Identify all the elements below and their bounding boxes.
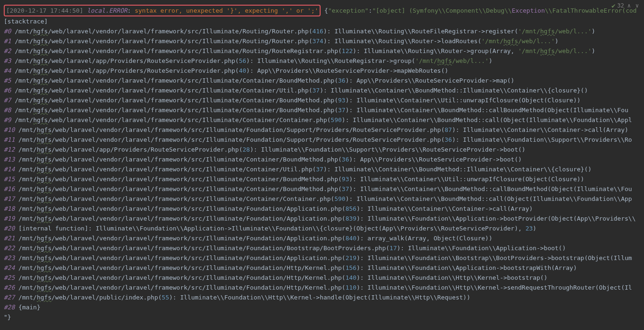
frame-path: /mnt/hgfs/web/laravel/app/Providers/Rout… (15, 146, 242, 153)
stack-frame: #16 /mnt/hgfs/web/laravel/vendor/laravel… (4, 184, 640, 194)
check-icon: ✔ (612, 1, 615, 11)
frame-index: #10 (4, 126, 15, 133)
frame-path: /mnt/hgfs/web/laravel/vendor/laravel/fra… (15, 176, 342, 183)
frame-string: '/mnt/hgfs/web/l...' (518, 28, 592, 35)
frame-path: /mnt/hgfs/web/laravel/vendor/laravel/fra… (15, 284, 345, 291)
frame-index: #4 (4, 67, 11, 74)
frame-index: #13 (4, 156, 15, 163)
frame-index: #3 (4, 57, 11, 64)
frame-path: /mnt/hgfs/web/laravel/vendor/laravel/fra… (11, 116, 331, 123)
frame-index: #1 (4, 38, 11, 45)
stack-frame: #21 /mnt/hgfs/web/laravel/vendor/laravel… (4, 233, 640, 243)
frame-line-number: 374 (312, 38, 323, 45)
frame-string: '/mnt/hgfs/web/l...' (482, 38, 555, 45)
frame-line-number: 36 (338, 77, 345, 84)
frame-path: /mnt/hgfs/web/laravel/vendor/laravel/fra… (15, 215, 345, 222)
inspection-toolbar: ✔ 32 ∧ ∨ (612, 1, 640, 11)
frame-line-number: 590 (334, 195, 345, 202)
frame-path: /mnt/hgfs/web/laravel/vendor/laravel/fra… (11, 77, 338, 84)
frame-path: /mnt/hgfs/web/laravel/public/index.php( (15, 294, 161, 301)
stack-frame: #17 /mnt/hgfs/web/laravel/vendor/laravel… (4, 194, 640, 204)
frame-path: /mnt/hgfs/web/laravel/vendor/laravel/fra… (11, 87, 313, 94)
stack-frame: #0 /mnt/hgfs/web/laravel/vendor/laravel/… (4, 26, 640, 36)
frame-path: /mnt/hgfs/web/laravel/vendor/laravel/fra… (15, 235, 345, 242)
frame-line-number: 416 (312, 28, 323, 35)
frame-line-number: 590 (331, 116, 342, 123)
frame-index: #17 (4, 195, 15, 202)
stack-frame: #22 /mnt/hgfs/web/laravel/vendor/laravel… (4, 243, 640, 253)
frame-line-number: 36 (445, 136, 452, 143)
frame-line-number: 37 (312, 87, 320, 94)
frame-path: /mnt/hgfs/web/laravel/vendor/laravel/fra… (15, 195, 334, 202)
frame-path: [internal function]: Illuminate\\Foundat… (15, 225, 525, 232)
stack-frame: #3 /mnt/hgfs/web/laravel/app/Providers/R… (4, 56, 640, 66)
stack-frame: #28 {main} (4, 302, 640, 312)
frame-string: '/mnt/hgfs/web/l...' (415, 57, 489, 64)
frame-path: /mnt/hgfs/web/laravel/vendor/laravel/fra… (15, 205, 345, 212)
frame-path: /mnt/hgfs/web/laravel/vendor/laravel/fra… (11, 107, 338, 114)
frame-index: #22 (4, 245, 15, 252)
error-message: syntax error, unexpected '}', expecting … (135, 7, 318, 14)
frame-path: /mnt/hgfs/web/laravel/vendor/laravel/fra… (15, 264, 345, 271)
frame-line-number: 839 (345, 215, 356, 222)
frame-path: /mnt/hgfs/web/laravel/vendor/laravel/fra… (15, 126, 445, 133)
frame-index: #19 (4, 215, 15, 222)
stack-frame: #2 /mnt/hgfs/web/laravel/vendor/laravel/… (4, 46, 640, 56)
frame-index: #5 (4, 77, 11, 84)
frame-line-number: 110 (345, 284, 356, 291)
frame-path: /mnt/hgfs/web/laravel/vendor/laravel/fra… (11, 38, 313, 45)
stack-frame: #7 /mnt/hgfs/web/laravel/vendor/laravel/… (4, 95, 640, 105)
frame-line-number: 56 (239, 57, 246, 64)
stack-frame: #5 /mnt/hgfs/web/laravel/vendor/laravel/… (4, 76, 640, 85)
frame-index: #12 (4, 146, 15, 153)
frame-line-number: 93 (342, 176, 349, 183)
frame-index: #23 (4, 254, 15, 261)
frame-path: /mnt/hgfs/web/laravel/vendor/laravel/fra… (15, 156, 342, 163)
stack-frame: #11 /mnt/hgfs/web/laravel/vendor/laravel… (4, 135, 640, 145)
frame-line-number: 28 (243, 146, 250, 153)
frame-line-number: 37 (316, 166, 323, 173)
frame-line-number: 93 (338, 97, 345, 104)
stack-frame: #27 /mnt/hgfs/web/laravel/public/index.p… (4, 292, 640, 302)
frame-index: #21 (4, 235, 15, 242)
stack-frame: #18 /mnt/hgfs/web/laravel/vendor/laravel… (4, 204, 640, 214)
log-footer: "} (4, 312, 640, 322)
frame-index: #8 (4, 107, 11, 114)
frame-index: #27 (4, 294, 15, 301)
stack-frame: #25 /mnt/hgfs/web/laravel/vendor/laravel… (4, 273, 640, 283)
frame-index: #20 (4, 225, 15, 232)
frame-line-number: 856 (345, 205, 356, 212)
log-level: local.ERROR (87, 7, 127, 14)
stacktrace-lines: #0 /mnt/hgfs/web/laravel/vendor/laravel/… (4, 26, 640, 312)
stack-frame: #1 /mnt/hgfs/web/laravel/vendor/laravel/… (4, 36, 640, 46)
frame-index: #18 (4, 205, 15, 212)
frame-string: '/mnt/hgfs/web/l...' (518, 47, 592, 54)
frame-path: /mnt/hgfs/web/laravel/vendor/laravel/fra… (15, 185, 342, 192)
stack-frame: #19 /mnt/hgfs/web/laravel/vendor/laravel… (4, 214, 640, 223)
frame-index: #9 (4, 116, 11, 123)
frame-path: /mnt/hgfs/web/laravel/vendor/laravel/fra… (15, 274, 345, 281)
frame-path: /mnt/hgfs/web/laravel/vendor/laravel/fra… (15, 245, 389, 252)
stack-frame: #10 /mnt/hgfs/web/laravel/vendor/laravel… (4, 125, 640, 135)
frame-line-number: 122 (342, 47, 353, 54)
frame-line-number: 156 (345, 264, 356, 271)
frame-line-number: 140 (345, 274, 356, 281)
frame-line-number: 87 (445, 126, 452, 133)
frame-line-number: 55 (162, 294, 169, 301)
stack-frame: #13 /mnt/hgfs/web/laravel/vendor/laravel… (4, 154, 640, 164)
frame-line-number: 40 (239, 67, 246, 74)
frame-path: /mnt/hgfs/web/laravel/vendor/laravel/fra… (15, 254, 345, 261)
frame-path: /mnt/hgfs/web/laravel/vendor/laravel/fra… (11, 28, 313, 35)
frame-path: /mnt/hgfs/web/laravel/app/Providers/Rout… (11, 67, 239, 74)
log-viewer[interactable]: [2020-12-17 17:44:50] local.ERROR: synta… (0, 0, 644, 327)
stack-frame: #4 /mnt/hgfs/web/laravel/app/Providers/R… (4, 66, 640, 76)
frame-path: /mnt/hgfs/web/laravel/vendor/laravel/fra… (15, 136, 445, 143)
timestamp: [2020-12-17 17:44:50] (6, 7, 83, 14)
frame-index: #14 (4, 166, 15, 173)
next-arrow-icon[interactable]: ∨ (634, 1, 640, 11)
stack-frame: #12 /mnt/hgfs/web/laravel/app/Providers/… (4, 145, 640, 154)
frame-line-number: 37 (342, 185, 349, 192)
frame-index: #16 (4, 185, 15, 192)
stack-frame: #9 /mnt/hgfs/web/laravel/vendor/laravel/… (4, 115, 640, 125)
prev-arrow-icon[interactable]: ∧ (626, 1, 632, 11)
